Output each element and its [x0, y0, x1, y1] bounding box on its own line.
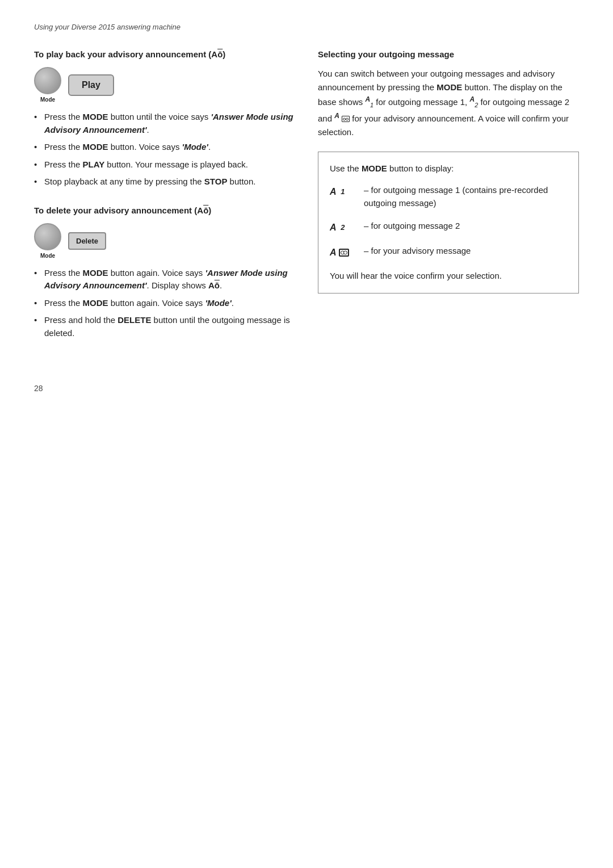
delete-button[interactable]: Delete — [68, 232, 106, 250]
mode-button[interactable] — [34, 67, 61, 94]
mode-text: MODE — [83, 142, 108, 152]
box-row-a2: A 2 – for outgoing message 2 — [330, 220, 567, 234]
box-footer: You will hear the voice confirm your sel… — [330, 270, 567, 283]
a1-num: 1 — [339, 186, 345, 198]
left-column: To play back your advisory announcement … — [34, 48, 295, 350]
a1-italic: A — [330, 185, 337, 199]
quote-text: 'Mode' — [182, 142, 208, 152]
symbol-a2: A 2 — [330, 220, 358, 234]
box-use-mode: Use the MODE button to display: — [330, 162, 567, 175]
section-delete: To delete your advisory announcement (Aō… — [34, 204, 295, 340]
play-text: PLAY — [83, 160, 105, 169]
main-content: To play back your advisory announcement … — [34, 48, 579, 350]
tape-icon — [339, 249, 349, 257]
a-tape-symbol: A — [334, 112, 339, 120]
bullet-item: Press and hold the DELETE button until t… — [34, 314, 295, 339]
quote-text: 'Answer Mode using Advisory Announcement… — [44, 112, 293, 135]
mode-text: MODE — [83, 298, 108, 308]
desc-a2: – for outgoing message 2 — [364, 220, 567, 233]
mode-button-label-2: Mode — [40, 253, 55, 259]
mode-text: MODE — [83, 112, 108, 121]
bullet-item: Press the PLAY button. Your message is p… — [34, 158, 295, 171]
stop-text: STOP — [204, 177, 228, 186]
section-selecting: Selecting your outgoing message You can … — [318, 48, 579, 139]
bullet-item: Press the MODE button again. Voice says … — [34, 297, 295, 310]
quote-text: 'Mode' — [205, 298, 231, 308]
a2-italic: A — [330, 221, 337, 234]
page-number: 28 — [34, 384, 579, 393]
delete-bullets: Press the MODE button again. Voice says … — [34, 267, 295, 340]
mode-button-label: Mode — [40, 97, 55, 103]
delete-button-row: Mode Delete — [34, 223, 295, 259]
a1-symbol: A — [365, 95, 370, 103]
desc-atape: – for your advisory message — [364, 245, 567, 258]
desc-a1: – for outgoing message 1 (contains pre-r… — [364, 184, 567, 209]
mode-button-group: Mode — [34, 67, 61, 103]
mode-inline: MODE — [436, 82, 462, 92]
mode-bold: MODE — [362, 163, 387, 173]
bullet-item: Stop playback at any time by pressing th… — [34, 175, 295, 188]
section-delete-title: To delete your advisory announcement (Aō… — [34, 204, 295, 216]
section-playback: To play back your advisory announcement … — [34, 48, 295, 188]
playback-bullets: Press the MODE button until the voice sa… — [34, 111, 295, 188]
section-playback-title: To play back your advisory announcement … — [34, 48, 295, 60]
tape-icon-inline — [342, 116, 350, 122]
mode-button-2[interactable] — [34, 223, 61, 250]
mode-button-group-2: Mode — [34, 223, 61, 259]
box-row-a1: A 1 – for outgoing message 1 (contains p… — [330, 184, 567, 209]
quote-text: 'Answer Mode using Advisory Announcement… — [44, 268, 288, 291]
symbol-atape: A — [330, 245, 358, 259]
bullet-item: Press the MODE button until the voice sa… — [34, 111, 295, 136]
bullet-item: Press the MODE button again. Voice says … — [34, 267, 295, 292]
right-column: Selecting your outgoing message You can … — [318, 48, 579, 350]
bullet-item: Press the MODE button. Voice says 'Mode'… — [34, 141, 295, 154]
display-symbol: Aō — [208, 280, 220, 290]
a-italic: A — [330, 246, 337, 259]
display-box: Use the MODE button to display: A 1 – fo… — [318, 152, 579, 293]
delete-text: DELETE — [117, 315, 151, 325]
a2-num: 2 — [339, 222, 345, 233]
a1-sub: 1 — [370, 102, 373, 108]
box-row-atape: A – for your advisory message — [330, 245, 567, 259]
a2-symbol: A — [469, 95, 475, 103]
section-selecting-title: Selecting your outgoing message — [318, 48, 579, 60]
page-header: Using your Diverse 2015 answering machin… — [34, 23, 579, 31]
a2-sub: 2 — [475, 102, 478, 108]
play-button[interactable]: Play — [68, 74, 114, 96]
mode-text: MODE — [83, 268, 108, 278]
selecting-paragraph: You can switch between your outgoing mes… — [318, 67, 579, 139]
symbol-a1: A 1 — [330, 184, 358, 199]
playback-button-row: Mode Play — [34, 67, 295, 103]
